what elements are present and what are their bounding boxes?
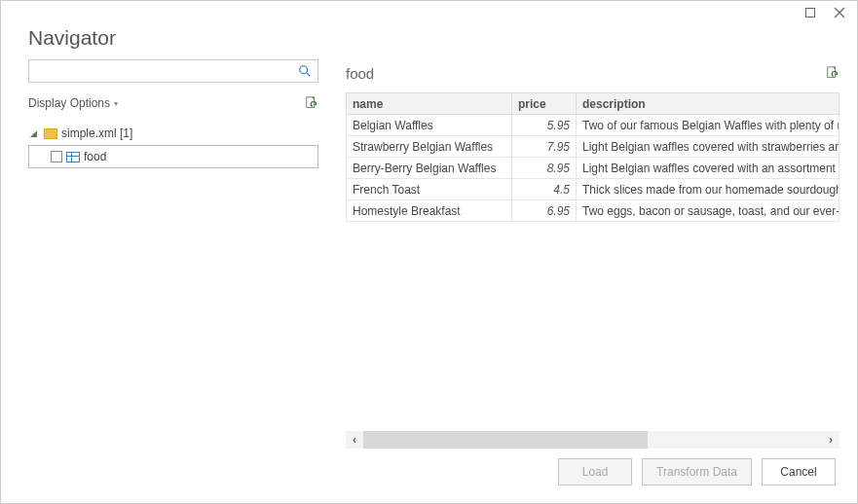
cell-name: Berry-Berry Belgian Waffles [347, 158, 512, 179]
search-input[interactable] [35, 64, 298, 78]
cancel-button[interactable]: Cancel [762, 458, 836, 486]
cell-price: 8.95 [512, 158, 577, 179]
svg-rect-0 [806, 9, 815, 18]
refresh-icon[interactable] [305, 96, 318, 110]
cell-description: Thick slices made from our homemade sour… [577, 179, 839, 200]
navigator-sidebar: Display Options ▾ ◢ simple.xml [1] [28, 59, 318, 449]
collapse-toggle-icon[interactable]: ◢ [30, 128, 40, 138]
cell-description: Two of our famous Belgian Waffles with p… [577, 115, 839, 136]
folder-icon [44, 128, 57, 139]
table-row[interactable]: Belgian Waffles 5.95 Two of our famous B… [347, 115, 839, 136]
transform-data-button[interactable]: Transform Data [642, 458, 752, 486]
column-header-price[interactable]: price [512, 93, 577, 115]
cell-price: 7.95 [512, 136, 577, 158]
tree-root-item[interactable]: ◢ simple.xml [1] [28, 122, 318, 145]
cell-name: Belgian Waffles [347, 115, 512, 136]
cell-description: Light Belgian waffles covered with an as… [577, 158, 839, 179]
table-row[interactable]: Homestyle Breakfast 6.95 Two eggs, bacon… [347, 200, 839, 222]
svg-point-3 [300, 66, 308, 74]
table-row[interactable]: Berry-Berry Belgian Waffles 8.95 Light B… [347, 158, 839, 179]
display-options-label: Display Options [28, 96, 110, 110]
load-button[interactable]: Load [558, 458, 632, 486]
scrollbar-thumb[interactable] [363, 431, 648, 449]
scroll-right-icon[interactable]: › [822, 431, 839, 449]
tree-item-label: food [84, 150, 106, 163]
table-row[interactable]: Strawberry Belgian Waffles 7.95 Light Be… [347, 136, 839, 158]
tree-root-label: simple.xml [1] [61, 126, 132, 140]
close-icon[interactable] [834, 7, 845, 18]
svg-rect-6 [828, 67, 836, 78]
search-input-wrap[interactable] [28, 59, 318, 83]
cell-price: 5.95 [512, 115, 577, 136]
display-options-dropdown[interactable]: Display Options ▾ [28, 96, 118, 110]
table-icon [66, 152, 80, 162]
cell-name: Homestyle Breakfast [347, 200, 512, 222]
horizontal-scrollbar[interactable]: ‹ › [346, 431, 839, 449]
svg-rect-5 [307, 97, 315, 108]
svg-line-4 [307, 73, 311, 77]
cell-description: Two eggs, bacon or sausage, toast, and o… [577, 200, 839, 222]
preview-title: food [346, 65, 374, 82]
chevron-down-icon: ▾ [114, 99, 118, 108]
source-tree: ◢ simple.xml [1] food [28, 122, 318, 168]
cell-price: 6.95 [512, 200, 577, 222]
cell-description: Light Belgian waffles covered with straw… [577, 136, 839, 158]
cell-name: French Toast [347, 179, 512, 200]
search-icon[interactable] [298, 64, 312, 78]
table-row[interactable]: French Toast 4.5 Thick slices made from … [347, 179, 839, 200]
scroll-left-icon[interactable]: ‹ [346, 431, 363, 449]
maximize-icon[interactable] [804, 7, 816, 18]
scrollbar-track[interactable] [363, 431, 822, 449]
cell-price: 4.5 [512, 179, 577, 200]
checkbox[interactable] [51, 151, 62, 162]
column-header-name[interactable]: name [347, 93, 512, 115]
cell-name: Strawberry Belgian Waffles [347, 136, 512, 158]
table-header-row: name price description [347, 93, 839, 115]
column-header-description[interactable]: description [577, 93, 839, 115]
data-table: name price description Belgian Waffles 5… [346, 92, 839, 222]
tree-item-food[interactable]: food [28, 145, 318, 168]
page-title: Navigator [28, 26, 830, 50]
preview-refresh-icon[interactable] [826, 66, 839, 80]
preview-panel: food name price descri [346, 59, 839, 449]
